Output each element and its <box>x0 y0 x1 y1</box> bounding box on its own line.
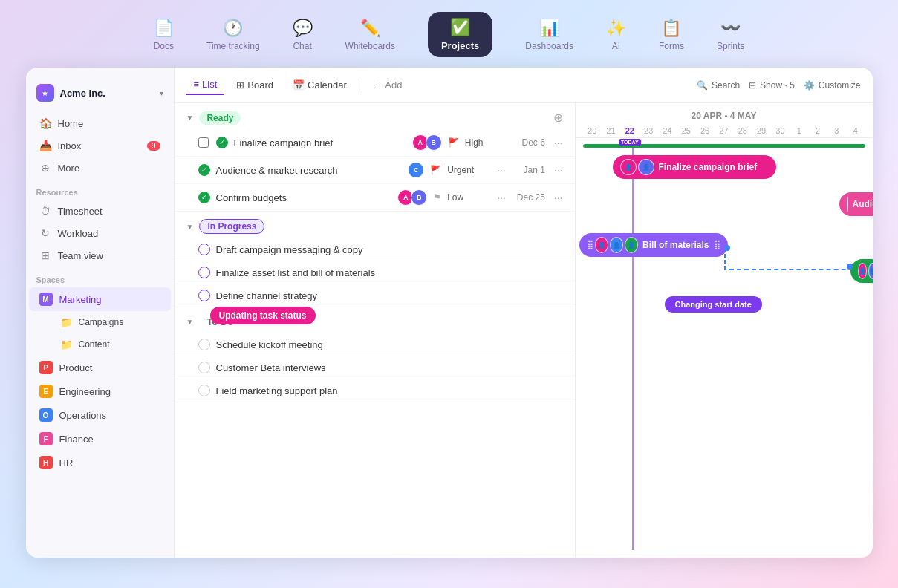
gantt-date-today: 22 <box>620 124 639 137</box>
home-label: Home <box>58 118 84 129</box>
sidebar-item-engineering[interactable]: E Engineering <box>29 379 171 403</box>
task-check-done[interactable]: ✓ <box>198 164 210 176</box>
task-more-button[interactable]: ··· <box>554 164 563 176</box>
task-row: ✓ Confirm budgets A B ⚑ Low ··· Dec 25 ·… <box>175 184 575 212</box>
sidebar-item-campaigns[interactable]: 📁 Campaigns <box>50 311 171 333</box>
workspace-header[interactable]: ★ Acme Inc. ▾ <box>26 79 174 112</box>
task-options-button[interactable]: ··· <box>497 164 506 176</box>
gantt-date: 4 <box>846 124 865 137</box>
gantt-date: 24 <box>658 124 677 137</box>
gantt-bar-finalize[interactable]: 👤 👤 Finalize campaign brief <box>613 155 776 179</box>
sidebar-item-home[interactable]: 🏠 Home <box>29 112 171 134</box>
gantt-date: 3 <box>827 124 846 137</box>
nav-forms[interactable]: 📋 Forms <box>642 14 700 56</box>
nav-whiteboards[interactable]: ✏️ Whiteboards <box>329 14 411 56</box>
list-panel: ▼ Ready ⊕ ✓ Finalize campaign brief A B … <box>175 103 576 558</box>
drag-handle-right[interactable]: ⣿ <box>714 240 720 250</box>
bar-label: Bill of materials <box>642 240 709 250</box>
gantt-body: 👤 👤 Finalize campaign brief 👤 Audience &… <box>576 148 873 535</box>
sidebar-item-workload[interactable]: ↻ Workload <box>29 222 171 244</box>
search-button[interactable]: 🔍 Search <box>697 80 740 91</box>
section-inprogress[interactable]: ▼ In Progress <box>175 212 575 238</box>
gantt-bar-materials[interactable]: ⣿ 👤 👤 👤 Bill of materials ⣿ <box>579 233 728 257</box>
toolbar: ≡ List ⊞ Board 📅 Calendar + Add 🔍 Search <box>175 68 873 103</box>
team-view-icon: ⊞ <box>39 249 51 261</box>
sidebar-item-content[interactable]: 📁 Content <box>50 333 171 356</box>
sidebar-item-finance[interactable]: F Finance <box>29 427 171 451</box>
task-name: Draft campaign messaging & copy <box>216 244 563 255</box>
nav-time-label: Time tracking <box>206 41 260 51</box>
task-checkbox[interactable] <box>198 137 209 148</box>
add-label: + Add <box>377 79 403 91</box>
task-row: ✓ Finalize campaign brief A B 🚩 High Dec… <box>175 129 575 157</box>
sidebar-item-operations[interactable]: O Operations <box>29 403 171 427</box>
task-check[interactable] <box>198 385 210 396</box>
gantt-bar-audience2[interactable]: 👤 👤 Audience & market research <box>850 259 873 283</box>
task-date: Dec 25 <box>512 192 545 203</box>
inbox-label: Inbox <box>58 140 82 151</box>
task-check[interactable] <box>198 339 210 350</box>
section-ready[interactable]: ▼ Ready ⊕ <box>175 103 575 129</box>
nav-docs[interactable]: 📄 Docs <box>137 14 190 56</box>
sidebar-item-marketing[interactable]: M Marketing <box>29 287 171 311</box>
view-board[interactable]: ⊞ Board <box>229 76 281 94</box>
sidebar-item-timesheet[interactable]: ⏱ Timesheet <box>29 200 171 222</box>
task-row: Draft campaign messaging & copy <box>175 238 575 261</box>
bar-avatar: 👤 <box>620 159 637 175</box>
show-button[interactable]: ⊟ Show · 5 <box>749 80 795 91</box>
sidebar-item-inbox[interactable]: 📥 Inbox 9 <box>29 134 171 157</box>
sidebar-item-more[interactable]: ⊕ More <box>29 157 171 179</box>
customize-button[interactable]: ⚙️ Customize <box>804 80 861 91</box>
view-calendar[interactable]: 📅 Calendar <box>285 76 354 94</box>
ready-badge: Ready <box>199 111 241 125</box>
nav-chat[interactable]: 💬 Chat <box>276 14 329 56</box>
task-check[interactable] <box>198 362 210 373</box>
projects-icon: ✅ <box>450 18 470 37</box>
nav-dashboards[interactable]: 📊 Dashboards <box>509 14 590 56</box>
show-icon: ⊟ <box>749 80 756 91</box>
inprogress-chevron-icon: ▼ <box>186 223 194 231</box>
updating-tooltip: Updating task status <box>210 307 316 324</box>
task-row-tooltip: Define channel strategy Updating task st… <box>175 284 575 307</box>
ready-add-icon[interactable]: ⊕ <box>553 111 563 125</box>
task-name: Customer Beta interviews <box>216 362 563 373</box>
nav-time-tracking[interactable]: 🕐 Time tracking <box>190 14 276 56</box>
nav-projects[interactable]: ✅ Projects <box>411 7 509 62</box>
hr-dot: H <box>39 456 53 469</box>
workspace-name: Acme Inc. <box>60 88 105 99</box>
more-label: More <box>58 163 80 174</box>
sidebar-item-product[interactable]: P Product <box>29 356 171 379</box>
task-check-done[interactable]: ✓ <box>216 137 228 148</box>
bar-avatar: 👤 <box>868 263 873 279</box>
gantt-range-label: 20 APR - 4 MAY <box>576 111 873 124</box>
sidebar-item-team-view[interactable]: ⊞ Team view <box>29 244 171 267</box>
view-list[interactable]: ≡ List <box>186 75 225 95</box>
task-options-button[interactable]: ··· <box>497 192 506 203</box>
product-label: Product <box>59 362 93 373</box>
task-date: Dec 6 <box>512 137 545 148</box>
task-check-inprogress[interactable] <box>198 267 210 278</box>
team-view-label: Team view <box>58 250 103 261</box>
add-view-button[interactable]: + Add <box>370 76 410 94</box>
ready-chevron-icon: ▼ <box>186 114 194 122</box>
bar-avatar: 👤 <box>847 196 848 212</box>
nav-ai[interactable]: ✨ AI <box>590 14 642 56</box>
engineering-label: Engineering <box>59 386 111 397</box>
priority-flag: 🚩 <box>448 137 459 148</box>
drag-handle-left[interactable]: ⣿ <box>587 240 593 250</box>
priority-label: High <box>465 137 506 148</box>
gantt-date: 2 <box>808 124 827 137</box>
gantt-bar-audience1[interactable]: 👤 Audience & market research <box>839 192 873 216</box>
task-more-button[interactable]: ··· <box>554 192 563 203</box>
task-options-button[interactable]: ··· <box>554 137 563 148</box>
task-row: Customer Beta interviews <box>175 356 575 379</box>
workload-icon: ↻ <box>39 227 51 239</box>
task-check-done[interactable]: ✓ <box>198 192 210 203</box>
task-check-inprogress[interactable] <box>198 290 210 301</box>
docs-icon: 📄 <box>154 19 174 38</box>
nav-sprints[interactable]: 〰️ Sprints <box>700 14 761 56</box>
more-icon: ⊕ <box>39 162 51 174</box>
campaigns-label: Campaigns <box>79 317 124 327</box>
task-check-inprogress[interactable] <box>198 244 210 255</box>
sidebar-item-hr[interactable]: H HR <box>29 451 171 474</box>
